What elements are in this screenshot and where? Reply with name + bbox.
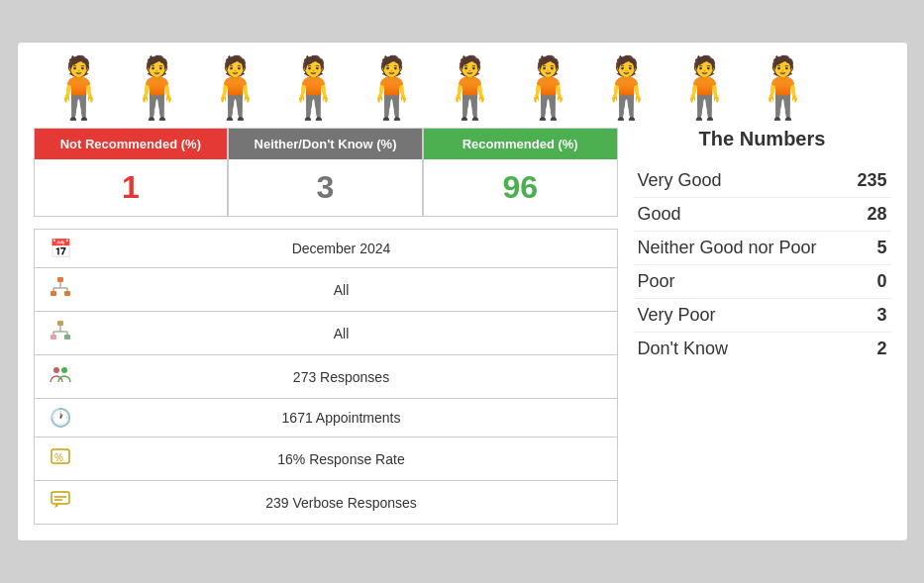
number-row-0: Very Good235 [634, 164, 891, 197]
svg-rect-8 [51, 335, 56, 340]
responses-text: 273 Responses [76, 369, 607, 385]
figures-row: 🧍 🧍 🧍 🧍 🧍 🧍 🧍 🧍 🧍 🧍 [34, 58, 891, 118]
number-value: 235 [857, 170, 886, 191]
all-text-2: All [76, 326, 607, 341]
calendar-icon: 📅 [45, 238, 76, 259]
response-rate-text: 16% Response Rate [76, 451, 607, 467]
svg-rect-9 [64, 335, 70, 340]
green-figure-7: 🧍 [589, 58, 664, 118]
recommended-header: Recommended (%) [424, 129, 617, 159]
svg-point-15 [61, 367, 67, 373]
green-figure-3: 🧍 [276, 58, 351, 118]
main-card: 🧍 🧍 🧍 🧍 🧍 🧍 🧍 🧍 🧍 🧍 Not Recommended (%) … [17, 42, 908, 541]
svg-rect-1 [51, 291, 56, 296]
info-row-appointments: 🕐 1671 Appointments [34, 399, 618, 437]
hierarchy-icon-2 [45, 320, 76, 346]
info-row-responses: 273 Responses [34, 355, 618, 399]
gray-figure: 🧍 [42, 58, 116, 118]
svg-point-14 [53, 367, 59, 373]
number-value: 5 [876, 238, 886, 258]
neither-box: Neither/Don't Know (%) 3 [228, 128, 423, 217]
svg-rect-2 [64, 291, 70, 296]
number-row-3: Poor0 [634, 265, 891, 298]
main-layout: Not Recommended (%) 1 Neither/Don't Know… [34, 128, 891, 525]
number-value: 3 [876, 305, 886, 326]
svg-text:%: % [54, 452, 63, 463]
all-text-1: All [76, 282, 607, 298]
number-label: Very Poor [638, 305, 716, 326]
neither-value: 3 [229, 159, 422, 216]
percent-icon: % [45, 445, 76, 472]
hierarchy-icon-1 [45, 276, 76, 303]
number-value: 28 [867, 204, 886, 225]
number-row-5: Don't Know2 [634, 333, 891, 365]
info-row-all-2: All [34, 312, 618, 355]
number-value: 0 [876, 271, 886, 292]
number-label: Very Good [638, 170, 722, 191]
verbose-text: 239 Verbose Responses [76, 495, 607, 511]
info-row-verbose: 239 Verbose Responses [34, 481, 618, 525]
number-value: 2 [876, 339, 886, 359]
info-row-response-rate: % 16% Response Rate [34, 437, 618, 481]
not-recommended-header: Not Recommended (%) [35, 129, 228, 159]
svg-rect-7 [57, 321, 63, 326]
svg-rect-18 [51, 492, 69, 504]
green-figure-5: 🧍 [433, 58, 507, 118]
neither-header: Neither/Don't Know (%) [229, 129, 422, 159]
date-text: December 2024 [76, 241, 607, 256]
number-label: Don't Know [638, 339, 729, 359]
numbers-title: The Numbers [634, 128, 891, 150]
number-row-1: Good28 [634, 198, 891, 231]
green-figure-4: 🧍 [355, 58, 429, 118]
green-figure-2: 🧍 [198, 58, 272, 118]
number-row-2: Neither Good nor Poor5 [634, 232, 891, 264]
number-label: Poor [638, 271, 675, 292]
green-figure-9: 🧍 [746, 58, 820, 118]
recommended-box: Recommended (%) 96 [423, 128, 618, 217]
not-recommended-value: 1 [35, 159, 228, 216]
info-row-all-1: All [34, 268, 618, 312]
recommended-value: 96 [424, 159, 617, 216]
left-panel: Not Recommended (%) 1 Neither/Don't Know… [34, 128, 618, 525]
not-recommended-box: Not Recommended (%) 1 [34, 128, 229, 217]
right-panel: The Numbers Very Good235Good28Neither Go… [634, 128, 891, 525]
stats-row: Not Recommended (%) 1 Neither/Don't Know… [34, 128, 618, 217]
comment-icon [45, 489, 76, 516]
clock-icon: 🕐 [45, 407, 76, 429]
svg-rect-0 [57, 277, 63, 282]
info-rows-container: 📅 December 2024 [34, 229, 618, 525]
number-row-4: Very Poor3 [634, 299, 891, 332]
info-row-date: 📅 December 2024 [34, 229, 618, 268]
number-label: Good [638, 204, 681, 225]
appointments-text: 1671 Appointments [76, 410, 607, 426]
number-label: Neither Good nor Poor [638, 238, 817, 258]
green-figure-6: 🧍 [511, 58, 585, 118]
people-icon [45, 363, 76, 390]
green-figure-1: 🧍 [120, 58, 194, 118]
green-figure-8: 🧍 [667, 58, 742, 118]
numbers-list: Very Good235Good28Neither Good nor Poor5… [634, 164, 891, 365]
